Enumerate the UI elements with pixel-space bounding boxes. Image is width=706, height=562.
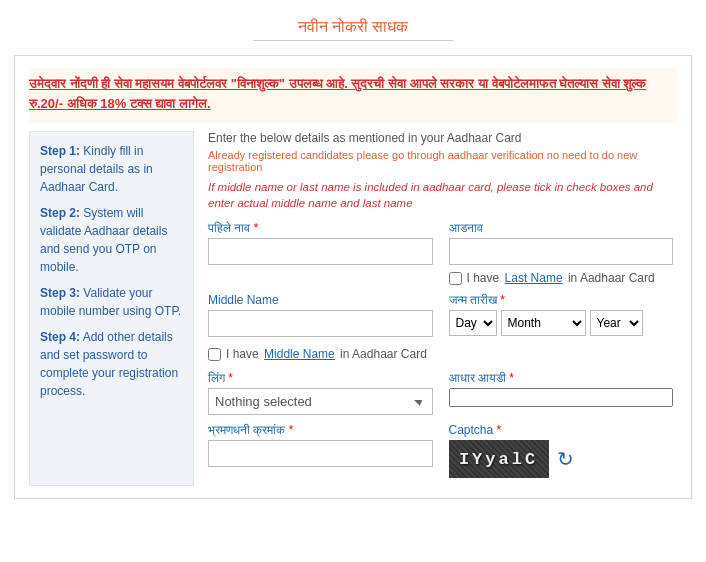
row-mobile-captcha: भ्रमणधनी क्रमांक * Captcha * IYyalC ↻ [208,423,673,478]
mobile-label: भ्रमणधनी क्रमांक * [208,423,433,437]
first-name-group: पहिले नाव * [208,221,433,265]
sidebar-step-2: Step 2: System will validate Aadhaar det… [40,204,183,276]
middle-name-checkbox-row: I have Middle Name in Aadhaar Card [208,347,427,361]
step1-label: Step 1: [40,144,80,158]
page-title-area: नवीन नोकरी साधक [0,10,706,47]
sidebar: Step 1: Kindly fill in personal details … [29,131,194,486]
notice-text: उमेदवार नोंदणी ही सेवा महासयम वेबपोर्टलव… [29,74,677,113]
dob-selects: Day 1234 5678 9101112 13141516 17181920 … [449,310,674,336]
sidebar-step-1: Step 1: Kindly fill in personal details … [40,142,183,196]
first-name-required: * [250,221,258,235]
page-container: नवीन नोकरी साधक उमेदवार नोंदणी ही सेवा म… [0,0,706,562]
middle-check-link: Middle Name [264,347,335,361]
dob-group: जन्म तारीख * Day 1234 5678 9101112 13141… [449,293,674,336]
row-middle-check: I have Middle Name in Aadhaar Card [208,345,673,361]
step2-label: Step 2: [40,206,80,220]
captcha-refresh-icon[interactable]: ↻ [557,447,574,471]
gender-select[interactable]: Nothing selected Male Female Other [208,388,433,415]
middle-name-checkbox[interactable] [208,348,221,361]
middle-name-group: Middle Name [208,293,433,337]
page-title: नवीन नोकरी साधक [0,18,706,36]
already-registered-note: Already registered candidates please go … [208,149,673,173]
captcha-required: * [493,423,501,437]
gender-group: लिंग * Nothing selected Male Female Othe… [208,371,433,415]
row-name: पहिले नाव * आडनाव I have [208,221,673,285]
title-divider [253,40,453,41]
last-name-check-text: I have Last Name in Aadhaar Card [467,271,655,285]
gender-required: * [225,371,233,385]
last-name-checkbox[interactable] [449,272,462,285]
form-area: Enter the below details as mentioned in … [204,131,677,486]
middle-name-label: Middle Name [208,293,433,307]
mobile-required: * [285,423,293,437]
aadhar-input[interactable] [449,388,674,407]
info-line: Enter the below details as mentioned in … [208,131,673,145]
captcha-section: Captcha * IYyalC ↻ [449,423,674,478]
first-name-label: पहिले नाव * [208,221,433,235]
aadhar-label: आधार आयडी * [449,371,674,385]
row-gender-aadhar: लिंग * Nothing selected Male Female Othe… [208,371,673,415]
aadhar-required: * [506,371,514,385]
sidebar-step-3: Step 3: Validate your mobile number usin… [40,284,183,320]
mobile-group: भ्रमणधनी क्रमांक * [208,423,433,467]
dob-year-select[interactable]: Year 2005200420032002 2001200019991998 1… [590,310,643,336]
last-name-group: आडनाव I have Last Name in Aadhaar Card [449,221,674,285]
content-area: Step 1: Kindly fill in personal details … [29,131,677,486]
step4-label: Step 4: [40,330,80,344]
mobile-input[interactable] [208,440,433,467]
middle-check-text: I have Middle Name in Aadhaar Card [226,347,427,361]
step3-label: Step 3: [40,286,80,300]
main-border: उमेदवार नोंदणी ही सेवा महासयम वेबपोर्टलव… [14,55,692,499]
dob-required: * [497,293,505,307]
first-name-input[interactable] [208,238,433,265]
dob-label: जन्म तारीख * [449,293,674,307]
row-middle-dob: Middle Name जन्म तारीख * Day 1234 56 [208,293,673,337]
dob-day-select[interactable]: Day 1234 5678 9101112 13141516 17181920 … [449,310,497,336]
captcha-text: IYyalC [459,450,538,469]
aadhar-group: आधार आयडी * [449,371,674,407]
captcha-row: IYyalC ↻ [449,440,674,478]
sidebar-step-4: Step 4: Add other details and set passwo… [40,328,183,400]
captcha-label: Captcha * [449,423,674,437]
last-name-input[interactable] [449,238,674,265]
dob-month-select[interactable]: Month JanuaryFebruaryMarch AprilMayJune … [501,310,586,336]
last-name-label: आडनाव [449,221,674,235]
gender-dropdown-wrapper: Nothing selected Male Female Other [208,388,433,415]
middle-name-input[interactable] [208,310,433,337]
middle-note: If middle name or last name is included … [208,179,673,211]
notice-box: उमेदवार नोंदणी ही सेवा महासयम वेबपोर्टलव… [29,68,677,123]
captcha-image: IYyalC [449,440,549,478]
gender-label: लिंग * [208,371,433,385]
last-name-link: Last Name [505,271,563,285]
last-name-checkbox-row: I have Last Name in Aadhaar Card [449,271,674,285]
